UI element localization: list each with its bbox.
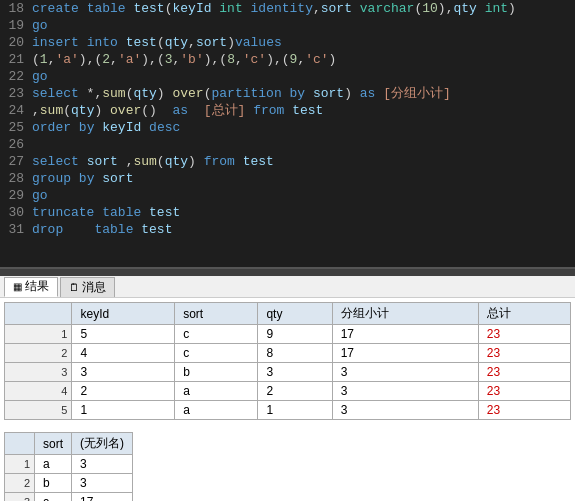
code-line-20: 20 insert into test(qty,sort)values [0,34,575,51]
cell-sub: 17 [332,325,478,344]
table-row: 4 2 a 2 3 23 [5,382,571,401]
table1-header-sub: 分组小计 [332,303,478,325]
table-row: 1 5 c 9 17 23 [5,325,571,344]
cell-total: 23 [478,401,570,420]
cell-qty: 1 [258,401,332,420]
cell-keyid: 2 [72,382,175,401]
row-num: 1 [5,325,72,344]
cell-sub: 3 [332,401,478,420]
code-line-19: 19 go [0,17,575,34]
table-row: 3 c 17 [5,493,133,502]
tables-container: keyId sort qty 分组小计 总计 1 5 c 9 17 23 2 4… [0,298,575,501]
code-line-25: 25 order by keyId desc [0,119,575,136]
results-area: ▦ 结果 🗒 消息 keyId sort qty 分组小计 总计 1 [0,276,575,501]
row-num: 3 [5,363,72,382]
row-num: 1 [5,455,35,474]
table1-header-qty: qty [258,303,332,325]
cell-sort: a [35,455,72,474]
table1-header-sort: sort [175,303,258,325]
row-num: 2 [5,344,72,363]
cell-total: 23 [478,325,570,344]
row-num: 3 [5,493,35,502]
cell-sub: 17 [332,344,478,363]
horizontal-scrollbar[interactable] [0,268,575,276]
table1-header-keyid: keyId [72,303,175,325]
table2-rownum-header [5,433,35,455]
table2-header-val: (无列名) [72,433,133,455]
cell-keyid: 3 [72,363,175,382]
code-line-29: 29 go [0,187,575,204]
cell-sort: b [35,474,72,493]
tab-messages[interactable]: 🗒 消息 [60,277,115,297]
table2-header-row: sort (无列名) [5,433,133,455]
cell-sort: a [175,382,258,401]
cell-sub: 3 [332,382,478,401]
table-row: 3 3 b 3 3 23 [5,363,571,382]
cell-keyid: 1 [72,401,175,420]
code-line-24: 24 ,sum(qty) over() as [总计] from test [0,102,575,119]
table-row: 2 4 c 8 17 23 [5,344,571,363]
cell-sort: c [175,344,258,363]
table-row: 5 1 a 1 3 23 [5,401,571,420]
msg-icon: 🗒 [69,282,79,293]
cell-qty: 2 [258,382,332,401]
code-line-21: 21 (1,'a'),(2,'a'),(3,'b'),(8,'c'),(9,'c… [0,51,575,68]
code-line-27: 27 select sort ,sum(qty) from test [0,153,575,170]
tab-results[interactable]: ▦ 结果 [4,277,58,297]
code-line-26: 26 [0,136,575,153]
table2-header-sort: sort [35,433,72,455]
row-num: 2 [5,474,35,493]
code-editor[interactable]: 18 create table test(keyId int identity,… [0,0,575,268]
table1-header-total: 总计 [478,303,570,325]
cell-val: 3 [72,474,133,493]
code-line-18: 18 create table test(keyId int identity,… [0,0,575,17]
cell-sub: 3 [332,363,478,382]
grid-icon: ▦ [13,281,22,292]
table-row: 2 b 3 [5,474,133,493]
cell-qty: 8 [258,344,332,363]
cell-qty: 3 [258,363,332,382]
table-row: 1 a 3 [5,455,133,474]
cell-sort: c [175,325,258,344]
cell-total: 23 [478,363,570,382]
code-line-30: 30 truncate table test [0,204,575,221]
code-lines: 18 create table test(keyId int identity,… [0,0,575,238]
cell-sort: c [35,493,72,502]
row-num: 5 [5,401,72,420]
cell-keyid: 4 [72,344,175,363]
code-line-31: 31 drop table test [0,221,575,238]
cell-val: 3 [72,455,133,474]
tab-results-label: 结果 [25,278,49,295]
result-table-1: keyId sort qty 分组小计 总计 1 5 c 9 17 23 2 4… [4,302,571,420]
cell-total: 23 [478,344,570,363]
cell-sort: a [175,401,258,420]
result-table-2: sort (无列名) 1 a 3 2 b 3 3 c 17 [4,432,133,501]
cell-sort: b [175,363,258,382]
code-line-22: 22 go [0,68,575,85]
results-tabs: ▦ 结果 🗒 消息 [0,276,575,298]
row-num: 4 [5,382,72,401]
second-table-wrap: sort (无列名) 1 a 3 2 b 3 3 c 17 [4,432,571,501]
cell-qty: 9 [258,325,332,344]
cell-keyid: 5 [72,325,175,344]
table1-header-row: keyId sort qty 分组小计 总计 [5,303,571,325]
cell-val: 17 [72,493,133,502]
cell-total: 23 [478,382,570,401]
table1-rownum-header [5,303,72,325]
tab-messages-label: 消息 [82,279,106,296]
code-line-23: 23 select *,sum(qty) over(partition by s… [0,85,575,102]
code-line-28: 28 group by sort [0,170,575,187]
